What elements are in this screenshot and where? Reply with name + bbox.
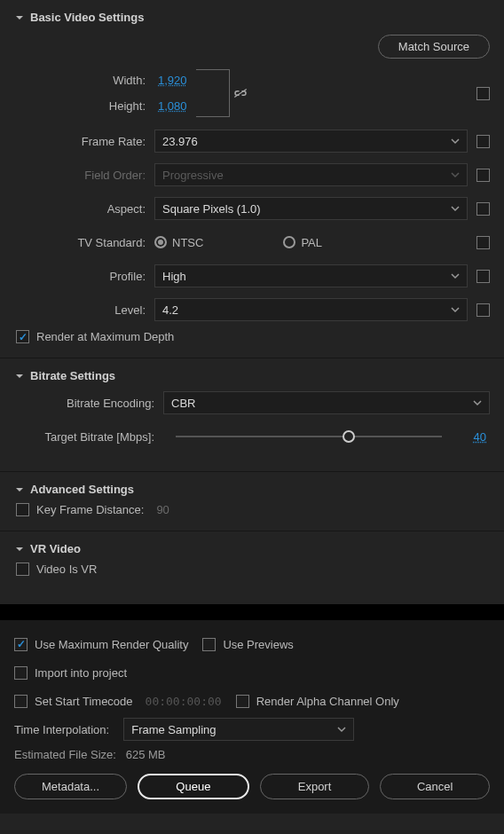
video-is-vr-checkbox[interactable]: [16, 563, 29, 576]
ntsc-radio[interactable]: NTSC: [154, 236, 203, 249]
time-interpolation-label: Time Interpolation:: [14, 723, 109, 736]
link-toggle-icon[interactable]: [232, 87, 248, 99]
aspect-label: Aspect:: [14, 202, 154, 216]
chevron-down-icon: [451, 303, 460, 317]
chevron-down-icon: [451, 135, 460, 148]
export-button[interactable]: Export: [260, 774, 370, 799]
chevron-down-icon: [14, 12, 25, 23]
chevron-down-icon: [473, 397, 482, 410]
bitrate-encoding-label: Bitrate Encoding:: [14, 397, 163, 410]
profile-label: Profile:: [14, 270, 154, 283]
field-order-value: Progressive: [162, 169, 224, 182]
video-is-vr-label: Video Is VR: [36, 563, 97, 576]
import-into-project-label: Import into project: [35, 666, 127, 680]
level-label: Level:: [14, 303, 154, 317]
radio-icon: [154, 236, 167, 248]
svg-line-0: [234, 90, 247, 98]
pal-label: PAL: [301, 236, 322, 249]
render-alpha-label: Render Alpha Channel Only: [256, 695, 399, 708]
profile-match-checkbox[interactable]: [476, 270, 490, 283]
key-frame-distance-label: Key Frame Distance:: [36, 503, 144, 516]
target-bitrate-slider[interactable]: [176, 428, 442, 445]
profile-value: High: [162, 270, 186, 283]
chevron-down-icon: [337, 723, 346, 736]
chevron-down-icon: [451, 169, 460, 182]
metadata-button[interactable]: Metadata...: [14, 774, 127, 799]
level-select[interactable]: 4.2: [154, 298, 468, 321]
estimated-size-label: Estimated File Size:: [14, 748, 116, 761]
render-max-depth-label: Render at Maximum Depth: [36, 330, 174, 343]
pal-radio[interactable]: PAL: [283, 236, 322, 249]
cancel-button[interactable]: Cancel: [380, 774, 490, 799]
radio-icon: [283, 236, 295, 248]
target-bitrate-label: Target Bitrate [Mbps]:: [14, 430, 163, 444]
aspect-value: Square Pixels (1.0): [162, 202, 261, 216]
bitrate-encoding-value: CBR: [171, 397, 195, 410]
section-header-bitrate[interactable]: Bitrate Settings: [14, 366, 490, 389]
aspect-select[interactable]: Square Pixels (1.0): [154, 197, 468, 220]
time-interpolation-select[interactable]: Frame Sampling: [123, 718, 354, 741]
chevron-down-icon: [14, 371, 25, 382]
field-order-label: Field Order:: [14, 169, 154, 182]
section-title: Advanced Settings: [30, 483, 134, 496]
render-alpha-checkbox[interactable]: [236, 695, 249, 708]
match-source-button[interactable]: Match Source: [378, 35, 490, 59]
section-header-vr[interactable]: VR Video: [14, 539, 490, 563]
field-order-match-checkbox[interactable]: [476, 169, 490, 182]
import-into-project-checkbox[interactable]: [14, 666, 28, 680]
link-bracket: [196, 69, 230, 117]
key-frame-distance-checkbox[interactable]: [16, 503, 29, 516]
time-interpolation-value: Frame Sampling: [131, 723, 216, 736]
use-previews-checkbox[interactable]: [202, 638, 216, 651]
height-label: Height:: [109, 99, 154, 113]
width-label: Width:: [113, 74, 154, 87]
level-value: 4.2: [162, 303, 178, 317]
chevron-down-icon: [451, 202, 460, 216]
frame-rate-label: Frame Rate:: [14, 135, 154, 148]
key-frame-distance-value: 90: [156, 503, 169, 516]
dimensions-match-checkbox[interactable]: [476, 87, 490, 100]
ntsc-label: NTSC: [172, 236, 203, 249]
slider-thumb[interactable]: [343, 430, 355, 443]
section-title: Basic Video Settings: [30, 11, 144, 24]
section-header-advanced[interactable]: Advanced Settings: [14, 479, 490, 503]
profile-select[interactable]: High: [154, 264, 468, 287]
use-max-render-checkbox[interactable]: [14, 638, 28, 651]
set-start-timecode-label: Set Start Timecode: [35, 695, 133, 708]
chevron-down-icon: [451, 270, 460, 283]
queue-button[interactable]: Queue: [138, 774, 249, 799]
tv-standard-match-checkbox[interactable]: [476, 236, 490, 249]
width-input[interactable]: 1,920: [154, 74, 191, 87]
render-max-depth-checkbox[interactable]: [16, 330, 29, 343]
tv-standard-label: TV Standard:: [14, 236, 154, 249]
estimated-size-value: 625 MB: [126, 748, 166, 761]
slider-track: [176, 436, 442, 437]
target-bitrate-value[interactable]: 40: [454, 430, 490, 444]
start-timecode-value: 00:00:00:00: [146, 695, 222, 708]
chevron-down-icon: [14, 484, 25, 495]
level-match-checkbox[interactable]: [476, 303, 490, 317]
field-order-select: Progressive: [154, 163, 468, 186]
section-title: VR Video: [30, 542, 81, 555]
set-start-timecode-checkbox[interactable]: [14, 695, 28, 708]
frame-rate-value: 23.976: [162, 135, 198, 148]
chevron-down-icon: [14, 544, 25, 555]
height-input[interactable]: 1,080: [154, 99, 191, 113]
use-previews-label: Use Previews: [223, 638, 293, 651]
bitrate-encoding-select[interactable]: CBR: [163, 391, 490, 414]
use-max-render-label: Use Maximum Render Quality: [35, 638, 188, 651]
section-title: Bitrate Settings: [30, 369, 115, 382]
section-header-basic[interactable]: Basic Video Settings: [14, 7, 490, 31]
aspect-match-checkbox[interactable]: [476, 202, 490, 216]
frame-rate-match-checkbox[interactable]: [476, 135, 490, 148]
frame-rate-select[interactable]: 23.976: [154, 130, 468, 153]
